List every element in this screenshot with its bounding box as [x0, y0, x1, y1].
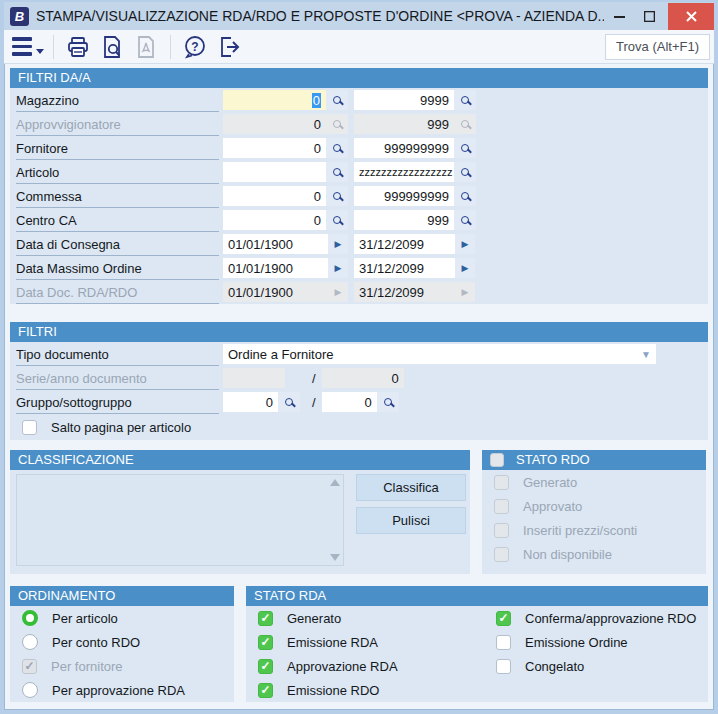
section-filtri-da-a: FILTRI DA/A Magazzino 0 9999 Appr [10, 68, 708, 304]
data-massimo-ordine-to-calendar-button[interactable]: ▶ [455, 258, 475, 278]
print-button[interactable] [63, 33, 93, 61]
magnifier-icon [461, 168, 469, 176]
separator-slash: / [312, 395, 316, 410]
filter-row-serie-anno: Serie/anno documento / 0 [10, 366, 708, 390]
commessa-from-input[interactable]: 0 [223, 186, 326, 206]
classificazione-listbox[interactable] [16, 474, 344, 566]
approvvigionatore-to-lookup-button [454, 114, 476, 134]
approvazione-rda-checkbox[interactable] [258, 659, 273, 674]
articolo-to-lookup-button[interactable] [454, 162, 476, 182]
inseriti-prezzi-checkbox [494, 523, 509, 538]
gruppo-input[interactable]: 0 [223, 392, 278, 412]
data-consegna-label: Data di Consegna [16, 233, 219, 256]
magazzino-label: Magazzino [16, 89, 219, 112]
commessa-to-input[interactable]: 999999999 [354, 186, 454, 206]
congelato-checkbox[interactable] [496, 659, 511, 674]
articolo-from-lookup-button[interactable] [326, 162, 348, 182]
checkbox-label: Congelato [525, 659, 584, 674]
magazzino-to-input[interactable]: 9999 [354, 90, 454, 110]
per-conto-rdo-radio[interactable] [22, 634, 38, 650]
commessa-label: Commessa [16, 185, 219, 208]
pdf-icon [134, 35, 158, 59]
checkbox-label: Conferma/approvazione RDO [525, 611, 696, 626]
commessa-to-lookup-button[interactable] [454, 186, 476, 206]
filter-row-data-massimo-ordine: Data Massimo Ordine 01/01/1900 ▶ 31/12/2… [10, 256, 708, 280]
data-massimo-ordine-to-input[interactable]: 31/12/2099 [354, 258, 455, 278]
salto-pagina-checkbox[interactable] [22, 420, 37, 435]
centro-ca-from-input[interactable]: 0 [223, 210, 326, 230]
magnifier-icon [461, 96, 469, 104]
right-arrow-icon: ▶ [462, 263, 469, 273]
fornitore-to-input[interactable]: 999999999 [354, 138, 454, 158]
magnifier-icon [461, 216, 469, 224]
data-consegna-to-calendar-button[interactable]: ▶ [455, 234, 475, 254]
maximize-button[interactable] [634, 3, 664, 29]
pdf-export-button [131, 33, 161, 61]
tipo-documento-select[interactable]: Ordine a Fornitore ▼ [223, 344, 656, 364]
generato-rda-checkbox[interactable] [258, 611, 273, 626]
per-approvazione-rda-radio[interactable] [22, 682, 38, 698]
centro-ca-to-lookup-button[interactable] [454, 210, 476, 230]
minimize-icon [614, 11, 625, 22]
exit-button[interactable] [214, 33, 244, 61]
data-massimo-ordine-from-input[interactable]: 01/01/1900 [223, 258, 328, 278]
filter-row-data-doc-rda-rdo: Data Doc. RDA/RDO 01/01/1900 ▶ 31/12/209… [10, 280, 708, 304]
minimize-button[interactable] [604, 3, 634, 29]
listbox-scrollbar[interactable] [327, 475, 343, 565]
magnifier-icon [333, 216, 341, 224]
serie-anno-label: Serie/anno documento [16, 367, 219, 390]
emissione-ordine-checkbox[interactable] [496, 635, 511, 650]
emissione-rda-checkbox[interactable] [258, 635, 273, 650]
stato-rda-item: Generato [246, 606, 484, 630]
approvvigionatore-from-lookup-button [326, 114, 348, 134]
right-arrow-icon: ▶ [462, 287, 469, 297]
data-consegna-from-calendar-button[interactable]: ▶ [328, 234, 348, 254]
centro-ca-to-input[interactable]: 999 [354, 210, 454, 230]
right-arrow-icon: ▶ [462, 239, 469, 249]
data-consegna-to-input[interactable]: 31/12/2099 [354, 234, 455, 254]
magazzino-to-lookup-button[interactable] [454, 90, 476, 110]
find-shortcut-box[interactable]: Trova (Alt+F1) [605, 34, 710, 60]
fornitore-from-lookup-button[interactable] [326, 138, 348, 158]
filter-row-data-consegna: Data di Consegna 01/01/1900 ▶ 31/12/2099… [10, 232, 708, 256]
data-massimo-ordine-label: Data Massimo Ordine [16, 257, 219, 280]
fornitore-to-lookup-button[interactable] [454, 138, 476, 158]
stato-rdo-item: Inseriti prezzi/sconti [482, 518, 706, 542]
articolo-to-input[interactable]: zzzzzzzzzzzzzzzzz [354, 162, 454, 182]
section-header: STATO RDA [246, 586, 708, 606]
help-button[interactable]: ? [180, 33, 210, 61]
close-button[interactable] [668, 3, 714, 30]
conferma-approvazione-rdo-checkbox[interactable] [496, 611, 511, 626]
magnifier-icon [461, 120, 469, 128]
commessa-from-lookup-button[interactable] [326, 186, 348, 206]
magnifier-icon [333, 192, 341, 200]
exit-icon [217, 35, 241, 59]
magnifier-icon [285, 398, 293, 406]
approvvigionatore-to-input: 999 [354, 114, 454, 134]
pulisci-button[interactable]: Pulisci [356, 507, 466, 534]
classifica-button[interactable]: Classifica [356, 474, 466, 501]
right-arrow-icon: ▶ [335, 287, 342, 297]
data-consegna-from-input[interactable]: 01/01/1900 [223, 234, 328, 254]
approvato-checkbox [494, 499, 509, 514]
articolo-from-input[interactable] [223, 162, 326, 182]
menu-button[interactable] [12, 37, 44, 56]
magazzino-from-input[interactable]: 0 [223, 90, 326, 110]
ordinamento-item: Per conto RDO [10, 630, 234, 654]
centro-ca-from-lookup-button[interactable] [326, 210, 348, 230]
filter-row-tipo-documento: Tipo documento Ordine a Fornitore ▼ [10, 342, 708, 366]
print-preview-button[interactable] [97, 33, 127, 61]
per-articolo-radio[interactable] [22, 610, 38, 626]
stato-rda-item: Conferma/approvazione RDO [484, 606, 696, 630]
fornitore-from-input[interactable]: 0 [223, 138, 326, 158]
sottogruppo-input[interactable]: 0 [322, 392, 377, 412]
maximize-icon [644, 11, 655, 22]
ordinamento-item: Per articolo [10, 606, 234, 630]
filter-row-articolo: Articolo zzzzzzzzzzzzzzzzz [10, 160, 708, 184]
printer-icon [66, 35, 90, 59]
data-massimo-ordine-from-calendar-button[interactable]: ▶ [328, 258, 348, 278]
gruppo-lookup-button[interactable] [278, 392, 300, 412]
sottogruppo-lookup-button[interactable] [377, 392, 399, 412]
magazzino-from-lookup-button[interactable] [326, 90, 348, 110]
emissione-rdo-checkbox[interactable] [258, 683, 273, 698]
